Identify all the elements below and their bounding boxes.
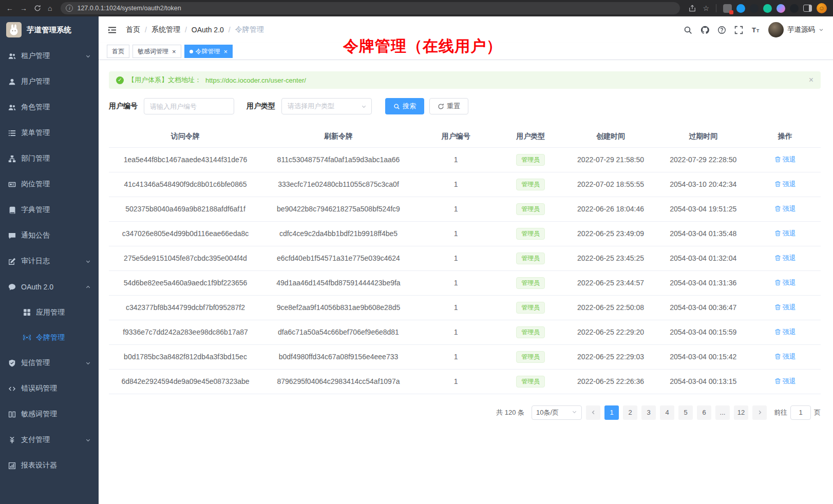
force-logout-button[interactable]: 强退 [774, 303, 796, 312]
sidebar-item-menu[interactable]: 菜单管理 [0, 120, 99, 146]
user-name: 芋道源码 [787, 25, 815, 34]
refresh-token-cell: b0df4980ffd34c67a08f9156e4eee733 [262, 344, 415, 369]
token-table: 访问令牌刷新令牌用户编号用户类型创建时间过期时间操作 1ea5e44f8bc14… [109, 126, 821, 394]
next-page-button[interactable] [752, 405, 767, 420]
search-icon[interactable] [684, 26, 692, 34]
split-view-icon[interactable] [803, 5, 812, 12]
action-cell: 强退 [749, 197, 821, 221]
force-logout-button[interactable]: 强退 [774, 204, 796, 214]
pager-more-button[interactable]: ... [715, 405, 730, 420]
page-button[interactable]: 3 [641, 405, 656, 420]
tab-close-icon[interactable]: × [224, 48, 228, 55]
github-icon[interactable] [701, 26, 709, 34]
browser-profile-avatar[interactable]: ☺ [817, 3, 827, 13]
force-logout-button[interactable]: 强退 [774, 327, 796, 337]
alert-close-icon[interactable]: × [809, 76, 813, 84]
table-row: 275e5de9151045fe87cbdc395e004f4de6cfd40e… [109, 246, 821, 270]
sidebar-subitem-token[interactable]: 令牌管理 [0, 325, 99, 350]
expire-time-cell: 2054-03-04 00:15:42 [657, 344, 749, 369]
sidebar-item-sms[interactable]: 短信管理 [0, 350, 99, 376]
sidebar-item-role[interactable]: 角色管理 [0, 94, 99, 120]
oauth-icon [8, 283, 16, 291]
column-header: 用户类型 [497, 126, 564, 147]
breadcrumb-item[interactable]: 系统管理 [152, 25, 180, 34]
refresh-token-cell: 49d1aa46d1454fbd87591444423be9fa [262, 270, 415, 295]
font-size-icon[interactable]: TT [751, 26, 760, 34]
breadcrumb-item[interactable]: 首页 [126, 25, 140, 34]
user-type-badge: 管理员 [516, 302, 545, 314]
extension-icon[interactable] [723, 4, 732, 13]
extension-icon[interactable] [750, 4, 759, 13]
extension-icon[interactable] [790, 4, 799, 13]
force-logout-button[interactable]: 强退 [774, 229, 796, 238]
extension-icon[interactable] [777, 4, 785, 13]
force-logout-button[interactable]: 强退 [774, 180, 796, 189]
sidebar-item-notice[interactable]: 通知公告 [0, 223, 99, 248]
sidebar-item-errcode[interactable]: 错误码管理 [0, 376, 99, 401]
sidebar-item-pay[interactable]: 支付管理 [0, 427, 99, 453]
tenant-icon [8, 52, 16, 60]
user-icon [8, 77, 16, 86]
sidebar-item-tenant[interactable]: 租户管理 [0, 43, 99, 69]
force-logout-button[interactable]: 强退 [774, 254, 796, 263]
user-type-badge: 管理员 [516, 154, 545, 166]
page-button[interactable]: 2 [623, 405, 637, 420]
force-logout-button[interactable]: 强退 [774, 377, 796, 386]
prev-page-button[interactable] [586, 405, 600, 420]
user-id-input[interactable] [144, 98, 234, 114]
trash-icon [774, 353, 781, 360]
tab-token[interactable]: 令牌管理× [184, 45, 233, 58]
sidebar-item-oauth2[interactable]: OAuth 2.0 [0, 274, 99, 300]
extension-icon[interactable] [763, 4, 772, 13]
goto-page-input[interactable] [790, 405, 811, 420]
breadcrumb-item[interactable]: 令牌管理 [235, 25, 264, 34]
tab-sensitive[interactable]: 敏感词管理× [132, 45, 181, 58]
page-button[interactable]: 1 [604, 405, 619, 420]
tab-close-icon[interactable]: × [172, 48, 176, 55]
force-logout-button[interactable]: 强退 [774, 278, 796, 287]
app-logo[interactable]: 芋道管理系统 [0, 16, 99, 43]
report-icon [8, 461, 16, 470]
refresh-token-cell: 811c530487574fa0af1a59d3abc1aa66 [262, 147, 415, 172]
tab-home[interactable]: 首页 [107, 45, 129, 58]
extension-icon[interactable] [736, 4, 745, 13]
user-id-cell: 1 [415, 197, 497, 221]
user-menu[interactable]: 芋道源码 [768, 22, 824, 37]
user-type-select[interactable]: 请选择用户类型 [281, 98, 372, 114]
help-icon[interactable] [717, 26, 726, 34]
sidebar-item-sensitive[interactable]: 敏感词管理 [0, 401, 99, 427]
page-size-select[interactable]: 10条/页 [532, 405, 582, 420]
page-button[interactable]: 12 [734, 405, 748, 420]
pay-icon [8, 436, 16, 444]
sidebar-item-user[interactable]: 用户管理 [0, 69, 99, 94]
fullscreen-icon[interactable] [734, 26, 743, 34]
sidebar-subitem-app[interactable]: 应用管理 [0, 300, 99, 325]
sidebar-item-dept[interactable]: 部门管理 [0, 146, 99, 171]
breadcrumb-item[interactable]: OAuth 2.0 [192, 26, 224, 34]
forward-icon[interactable]: → [20, 5, 27, 12]
page-button[interactable]: 4 [660, 405, 674, 420]
page-button[interactable]: 6 [697, 405, 711, 420]
back-icon[interactable]: ← [6, 5, 13, 12]
site-info-icon[interactable]: i [66, 5, 73, 12]
search-button[interactable]: 搜索 [385, 98, 424, 114]
force-logout-button[interactable]: 强退 [774, 155, 796, 164]
search-form: 用户编号 用户类型 请选择用户类型 搜索 重置 [109, 98, 821, 114]
sidebar-item-dict[interactable]: 字典管理 [0, 197, 99, 223]
address-bar[interactable]: i 127.0.0.1:1024/system/oauth2/token [61, 2, 680, 14]
sms-icon [8, 359, 16, 367]
home-icon[interactable]: ⌂ [48, 5, 52, 12]
bookmark-star-icon[interactable]: ☆ [703, 5, 709, 12]
sidebar-item-post[interactable]: 岗位管理 [0, 171, 99, 197]
page-button[interactable]: 5 [678, 405, 693, 420]
sidebar-item-report[interactable]: 报表设计器 [0, 453, 99, 478]
doc-link[interactable]: https://doc.iocoder.cn/user-center/ [205, 76, 306, 84]
share-icon[interactable] [689, 5, 696, 12]
sidebar-item-audit-log[interactable]: 审计日志 [0, 248, 99, 274]
force-logout-button[interactable]: 强退 [774, 352, 796, 361]
reset-button[interactable]: 重置 [429, 98, 468, 114]
sidebar-fold-icon[interactable] [108, 26, 117, 34]
create-time-cell: 2022-07-02 18:55:55 [564, 172, 657, 197]
reload-icon[interactable] [34, 5, 41, 12]
breadcrumb-separator: / [185, 26, 187, 34]
